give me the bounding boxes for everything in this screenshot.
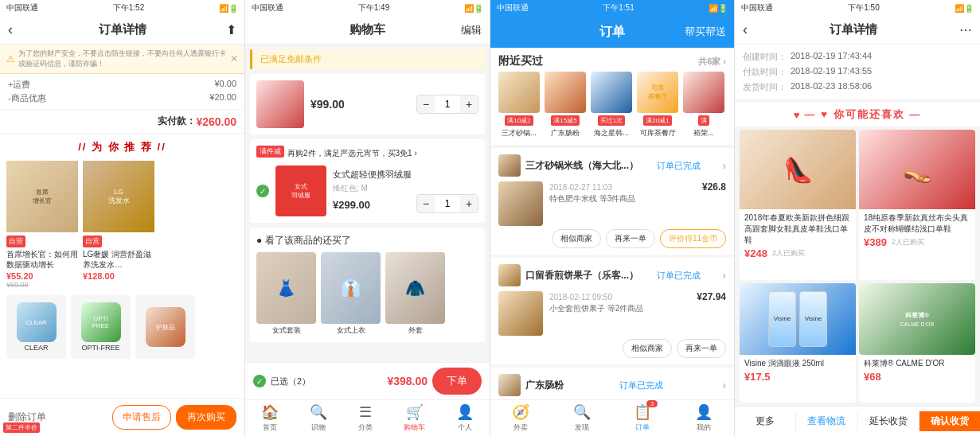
carrier-3: 中国联通 bbox=[497, 2, 529, 14]
item-info: 女式超轻便携羽绒服 绛红色; M ¥299.00 − 1 + bbox=[333, 169, 478, 212]
total-label: 实付款： bbox=[158, 115, 196, 128]
select-all-checkbox[interactable]: ✓ bbox=[253, 375, 266, 387]
nearby-label-5: 裕荣... bbox=[693, 128, 714, 138]
rebuy-button[interactable]: 再次购买 bbox=[176, 405, 236, 430]
nearby-img-5 bbox=[683, 72, 724, 113]
list-item[interactable]: 🧥 外套 bbox=[385, 252, 445, 336]
order-status-3: 订单已完成 bbox=[619, 380, 663, 391]
also-item-name-1: 女式套装 bbox=[272, 325, 301, 336]
nearby-label: 附近买过 bbox=[498, 54, 543, 68]
list-item[interactable]: Visine Visine 第二件半价 Visine 润滴眼液 250ml ¥1… bbox=[740, 283, 856, 403]
product-name-8: 科莱博® CALME D'OR bbox=[864, 358, 970, 369]
similar-shop-button-2[interactable]: 相似商家 bbox=[623, 339, 672, 358]
help-title[interactable]: 帮买帮送 bbox=[685, 25, 726, 39]
edit-button[interactable]: 编辑 bbox=[461, 23, 482, 37]
nearby-count[interactable]: 共6家 › bbox=[698, 56, 726, 68]
nav-mine-label: 我的 bbox=[697, 422, 711, 433]
item-product-img: 女式羽绒服 bbox=[275, 165, 326, 216]
nav-orders[interactable]: 📋 3 订单 bbox=[634, 403, 651, 433]
list-item[interactable]: 👡 18纯原春季新款真丝布尖头真皮不对称蝴蝶结浅口单鞋 ¥389 2人已购买 bbox=[859, 130, 975, 280]
main-product-card: 满件减 再购2件，满足严选元宵节，买3免1 › ✓ 女式羽绒服 女式超轻便携羽绒… bbox=[250, 139, 485, 223]
product-image-book: 首席增长官 bbox=[6, 161, 78, 232]
item-checkbox[interactable]: ✓ bbox=[256, 185, 269, 197]
product-name-2: LG奢媛 润营舒盈滋养洗发水（250m+50ml）×3（... bbox=[83, 249, 154, 270]
qty-decrease-top[interactable]: − bbox=[417, 95, 435, 113]
product-details-1: 2018年春夏欧美新款拼色细跟高跟套脚女鞋真皮单鞋浅口单鞋 ¥248 2人已购买 bbox=[740, 209, 856, 263]
nav-category[interactable]: ☰ 分类 bbox=[358, 403, 373, 433]
panel-order-detail-1: 中国联通 下午1:52 📶🔋 ‹ 订单详情 ⬆ ⚠ 为了您的财产安全，不要点击陌… bbox=[0, 0, 245, 436]
quantity-stepper-top[interactable]: − 1 + bbox=[416, 95, 478, 114]
more-button[interactable]: 更多 bbox=[735, 411, 796, 431]
order-info-card: 创建时间： 2018-02-19 17:43:44 付款时间： 2018-02-… bbox=[735, 45, 980, 99]
also-item-name-2: 女式上衣 bbox=[337, 325, 365, 336]
order-product-img-1 bbox=[498, 181, 543, 226]
created-label: 创建时间： bbox=[743, 51, 791, 63]
order-date-2: 2018-02-12 09:50 bbox=[549, 293, 690, 302]
product-sold-5: 2人已购买 bbox=[772, 248, 805, 259]
list-item[interactable]: CLEAR CLEAR bbox=[6, 295, 66, 359]
nearby-label-4: 可库茶餐厅 bbox=[640, 128, 676, 138]
nav-profile[interactable]: 👤 个人 bbox=[456, 403, 474, 433]
qty-increase-top[interactable]: + bbox=[460, 95, 478, 113]
chevron-right-icon-3: › bbox=[722, 379, 726, 391]
warning-close-button[interactable]: ✕ bbox=[230, 53, 238, 64]
time-1: 下午1:52 bbox=[113, 2, 144, 14]
signal-1: 📶🔋 bbox=[219, 4, 238, 13]
list-item[interactable]: 满10减2 三才砂锅... bbox=[498, 72, 540, 138]
nav-mine[interactable]: 👤 我的 bbox=[695, 403, 713, 433]
warning-icon: ⚠ bbox=[6, 53, 15, 64]
nav-orders-label: 订单 bbox=[635, 422, 650, 433]
shoe-img-2: 👡 bbox=[859, 130, 975, 209]
qty-decrease[interactable]: − bbox=[417, 195, 435, 212]
list-item[interactable]: 首席增长官 自营 首席增长官：如何用数据驱动增长 ¥55.20 ¥69.00 bbox=[6, 161, 78, 289]
after-sale-button[interactable]: 申请售后 bbox=[112, 405, 171, 430]
qty-value: 1 bbox=[438, 198, 457, 209]
qty-increase[interactable]: + bbox=[460, 195, 478, 212]
also-bought-section: ● 看了该商品的还买了 👗 女式套装 👔 女式上衣 🧥 外套 bbox=[250, 228, 485, 342]
logistics-button[interactable]: 查看物流 bbox=[796, 411, 857, 431]
product-details-4: 科莱博® CALME D'OR ¥68 bbox=[859, 355, 975, 386]
extend-button[interactable]: 延长收货 bbox=[858, 411, 919, 431]
list-item[interactable]: 满 裕荣... bbox=[683, 72, 724, 138]
review-button-1[interactable]: 评价得11金币 bbox=[660, 229, 726, 248]
nav-takeout[interactable]: 🧭 外卖 bbox=[512, 403, 529, 433]
list-item[interactable]: 买过1次 海之星韩... bbox=[591, 72, 632, 138]
list-item[interactable]: 👔 女式上衣 bbox=[321, 252, 381, 336]
back-button-1[interactable]: ‹ bbox=[8, 21, 13, 38]
top-product-price: ¥99.00 bbox=[310, 98, 345, 111]
list-item[interactable]: 👗 女式套装 bbox=[256, 252, 316, 336]
nav-home[interactable]: 🏠 首页 bbox=[261, 403, 279, 433]
list-item[interactable]: 科莱博® CALME D'OR 科莱博® CALME D'OR ¥68 bbox=[859, 283, 975, 403]
list-item[interactable]: 护肤品 bbox=[135, 295, 195, 359]
list-item[interactable]: 👠 2018年春夏欧美新款拼色细跟高跟套脚女鞋真皮单鞋浅口单鞋 ¥248 2人已… bbox=[740, 130, 856, 280]
orders-icon-wrapper: 📋 3 bbox=[634, 403, 651, 421]
visine-bottle: Visine bbox=[768, 291, 796, 347]
reorder-button-2[interactable]: 再来一单 bbox=[677, 339, 726, 358]
nav-discover[interactable]: 🔍 识物 bbox=[310, 403, 327, 433]
reorder-button-1[interactable]: 再来一单 bbox=[606, 229, 655, 248]
clear-bottle-img: CLEAR bbox=[17, 302, 57, 342]
confirm-button[interactable]: 确认收货 bbox=[919, 411, 980, 431]
quantity-stepper[interactable]: − 1 + bbox=[416, 194, 478, 213]
list-item[interactable]: 可库茶餐厅 满20减1 可库茶餐厅 bbox=[637, 72, 678, 138]
nav-cart[interactable]: 🛒 购物车 bbox=[404, 403, 425, 433]
order-header-1: 三才砂锅米线（海大北...） 订单已完成 › bbox=[498, 154, 726, 177]
nav-find[interactable]: 🔍 发现 bbox=[573, 403, 591, 433]
top-product-card: ¥99.00 − 1 + bbox=[250, 74, 485, 134]
product-name-6: 18纯原春季新款真丝布尖头真皮不对称蝴蝶结浅口单鞋 bbox=[864, 212, 970, 235]
share-button-1[interactable]: ⬆ bbox=[226, 22, 236, 37]
nearby-badge-2: 满15减5 bbox=[551, 115, 579, 126]
list-item[interactable]: LG洗发水 自营 LG奢媛 润营舒盈滋养洗发水（250m+50ml）×3（...… bbox=[83, 161, 154, 289]
share-icon[interactable]: ⋯ bbox=[959, 22, 972, 37]
list-item[interactable]: 满15减5 广东肠粉 bbox=[545, 72, 586, 138]
place-order-button[interactable]: 下单 bbox=[432, 368, 482, 395]
item-price: ¥299.00 bbox=[333, 199, 370, 211]
recommended-grid: 👠 2018年春夏欧美新款拼色细跟高跟套脚女鞋真皮单鞋浅口单鞋 ¥248 2人已… bbox=[735, 127, 980, 406]
recommend-header-4: ♥ — ♥ 你可能还喜欢 — bbox=[735, 103, 980, 127]
time-2: 下午1:49 bbox=[358, 2, 389, 14]
product-price-6: ¥389 bbox=[864, 236, 887, 248]
time-3: 下午1:51 bbox=[603, 2, 634, 14]
paid-value: 2018-02-19 17:43:55 bbox=[791, 66, 872, 78]
similar-shop-button-1[interactable]: 相似商家 bbox=[552, 229, 601, 248]
list-item[interactable]: OPTIFREE OPTI-FREE bbox=[71, 295, 131, 359]
